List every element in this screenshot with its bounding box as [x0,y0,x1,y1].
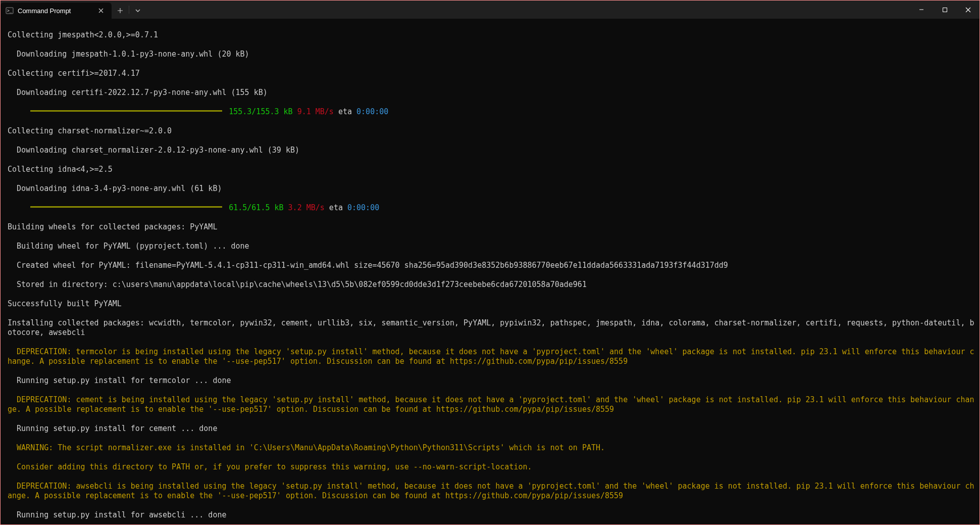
output-line: Successfully built PyYAML [8,299,976,309]
progress-size: 155.3/155.3 kB [224,107,292,116]
progress-eta: 0:00:00 [347,203,379,212]
titlebar[interactable]: >_ Command Prompt [1,1,979,19]
tab-command-prompt[interactable]: >_ Command Prompt [1,3,112,19]
progress-line: 155.3/155.3 kB 9.1 MB/s eta 0:00:00 [8,107,976,117]
progress-eta-label: eta [334,107,356,116]
output-line: Stored in directory: c:\users\manu\appda… [8,280,976,290]
output-line: Downloading jmespath-1.0.1-py3-none-any.… [8,50,976,59]
tab-dropdown-button[interactable] [129,3,146,19]
maximize-button[interactable] [933,1,956,19]
window-controls [910,1,979,19]
output-line: Building wheels for collected packages: … [8,222,976,232]
progress-eta-label: eta [325,203,347,212]
svg-text:>_: >_ [7,9,12,13]
deprecation-line: DEPRECATION: cement is being installed u… [8,395,976,414]
close-button[interactable] [956,1,979,19]
minimize-button[interactable] [910,1,933,19]
svg-rect-2 [943,8,947,12]
output-line: Running setup.py install for termcolor .… [8,376,976,386]
warning-line: Consider adding this directory to PATH o… [8,462,976,472]
tab-title: Command Prompt [18,7,92,15]
output-line: Installing collected packages: wcwidth, … [8,318,976,338]
terminal-output[interactable]: Collecting jmespath<2.0.0,>=0.7.1 Downlo… [1,19,979,524]
warning-line: WARNING: The script normalizer.exe is in… [8,443,976,453]
output-line: Collecting jmespath<2.0.0,>=0.7.1 [8,30,976,40]
output-line: Collecting idna<4,>=2.5 [8,165,976,174]
new-tab-button[interactable] [112,3,129,19]
titlebar-drag-area[interactable] [146,1,910,19]
progress-bar [30,110,222,112]
tab-close-button[interactable] [96,6,106,15]
progress-speed: 9.1 MB/s [293,107,334,116]
output-line: Collecting charset-normalizer~=2.0.0 [8,126,976,136]
deprecation-line: DEPRECATION: awsebcli is being installed… [8,482,976,501]
output-line: Running setup.py install for awsebcli ..… [8,510,976,520]
progress-line: 61.5/61.5 kB 3.2 MB/s eta 0:00:00 [8,203,976,213]
window-root: >_ Command Prompt Collecting [1,1,979,524]
progress-size: 61.5/61.5 kB [224,203,283,212]
progress-speed: 3.2 MB/s [284,203,325,212]
output-line: Running setup.py install for cement ... … [8,424,976,434]
output-line: Downloading idna-3.4-py3-none-any.whl (6… [8,184,976,194]
output-line: Created wheel for PyYAML: filename=PyYAM… [8,261,976,270]
progress-bar [30,206,222,208]
output-line: Collecting certifi>=2017.4.17 [8,69,976,78]
progress-eta: 0:00:00 [356,107,388,116]
output-line: Building wheel for PyYAML (pyproject.tom… [8,242,976,251]
deprecation-line: DEPRECATION: termcolor is being installe… [8,347,976,366]
cmd-icon: >_ [6,7,14,15]
output-line: Downloading charset_normalizer-2.0.12-py… [8,146,976,155]
output-line: Downloading certifi-2022.12.7-py3-none-a… [8,88,976,98]
